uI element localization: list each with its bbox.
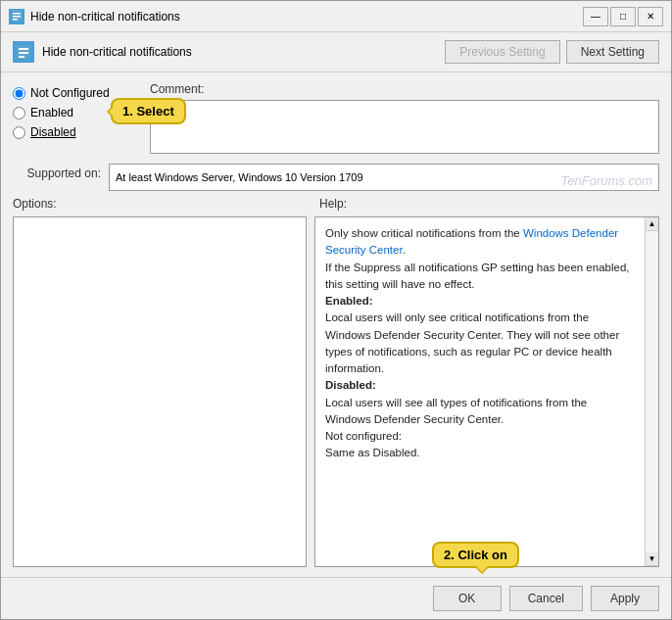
title-bar: Hide non-critical notifications — □ ✕ — [1, 1, 671, 32]
header-title: Hide non-critical notifications — [42, 45, 192, 59]
scroll-down-button[interactable]: ▼ — [646, 552, 659, 566]
supported-value-box: At least Windows Server, Windows 10 Vers… — [109, 164, 659, 191]
title-bar-left: Hide non-critical notifications — [9, 9, 180, 24]
apply-button[interactable]: Apply — [591, 586, 659, 611]
header-buttons: Previous Setting Next Setting — [445, 40, 659, 64]
help-label: Help: — [319, 197, 347, 211]
not-configured-radio[interactable] — [13, 87, 25, 100]
help-panel-container: Only show critical notifications from th… — [314, 216, 659, 567]
help-para-1: Only show critical notifications from th… — [325, 225, 635, 260]
supported-value: At least Windows Server, Windows 10 Vers… — [116, 171, 363, 183]
radio-panel: Not Configured Enabled Disabled 1. Selec… — [13, 82, 140, 154]
options-label: Options: — [13, 197, 57, 211]
bottom-bar: 2. Click on OK Cancel Apply — [1, 577, 671, 619]
next-setting-button[interactable]: Next Setting — [566, 40, 659, 64]
callout-1-label: 1. Select — [122, 104, 174, 119]
comment-textarea[interactable] — [150, 100, 659, 154]
window-title: Hide non-critical notifications — [30, 10, 180, 24]
help-col-label: Help: — [319, 197, 347, 211]
cancel-button[interactable]: Cancel — [509, 586, 583, 611]
comment-section: Comment: — [150, 82, 659, 154]
header-left: Hide non-critical notifications — [13, 41, 192, 63]
svg-rect-2 — [13, 16, 21, 18]
window-icon — [9, 9, 24, 24]
options-col-label: Options: — [13, 197, 312, 211]
help-para-3: Enabled:Local users will only see critic… — [325, 293, 635, 377]
maximize-button[interactable]: □ — [610, 7, 636, 26]
help-scrollbar: ▲ ▼ — [645, 217, 658, 566]
help-para-4: Disabled:Local users will see all types … — [325, 377, 635, 428]
callout-2-bubble: 2. Click on — [432, 542, 519, 568]
enabled-radio[interactable] — [13, 107, 25, 119]
not-configured-label: Not Configured — [30, 86, 110, 100]
disabled-radio[interactable] — [13, 126, 25, 139]
scroll-up-button[interactable]: ▲ — [646, 217, 659, 231]
help-link[interactable]: Windows Defender Security Center — [325, 227, 618, 256]
callout-2-label: 2. Click on — [444, 548, 507, 562]
help-panel: Only show critical notifications from th… — [315, 217, 645, 566]
minimize-button[interactable]: — — [583, 7, 608, 26]
header-row: Hide non-critical notifications Previous… — [1, 32, 671, 72]
svg-rect-5 — [19, 48, 28, 50]
top-section: Not Configured Enabled Disabled 1. Selec… — [13, 82, 659, 154]
main-content: Not Configured Enabled Disabled 1. Selec… — [1, 72, 671, 577]
callout-1-bubble: 1. Select — [111, 98, 186, 124]
close-button[interactable]: ✕ — [638, 7, 663, 26]
svg-rect-7 — [19, 56, 24, 58]
policy-icon — [13, 41, 34, 63]
previous-setting-button[interactable]: Previous Setting — [445, 40, 559, 64]
disabled-option[interactable]: Disabled — [13, 125, 140, 139]
panels-row: Only show critical notifications from th… — [13, 216, 659, 567]
options-help-labels: Options: Help: — [13, 197, 659, 211]
supported-label: Supported on: — [13, 164, 101, 180]
help-para-5: Not configured:Same as Disabled. — [325, 428, 635, 462]
options-panel — [13, 216, 307, 567]
help-para-2: If the Suppress all notifications GP set… — [325, 260, 635, 294]
scroll-track — [646, 231, 659, 552]
comment-label: Comment: — [150, 82, 659, 96]
watermark: TenForums.com — [561, 173, 652, 188]
svg-rect-6 — [19, 52, 28, 54]
supported-row: Supported on: At least Windows Server, W… — [13, 164, 659, 191]
ok-button[interactable]: OK — [433, 586, 502, 611]
main-window: Hide non-critical notifications — □ ✕ Hi… — [0, 0, 672, 620]
svg-rect-1 — [13, 13, 21, 15]
svg-rect-3 — [13, 19, 18, 21]
enabled-label: Enabled — [30, 106, 73, 119]
disabled-label: Disabled — [30, 125, 76, 139]
title-bar-controls: — □ ✕ — [583, 7, 663, 26]
